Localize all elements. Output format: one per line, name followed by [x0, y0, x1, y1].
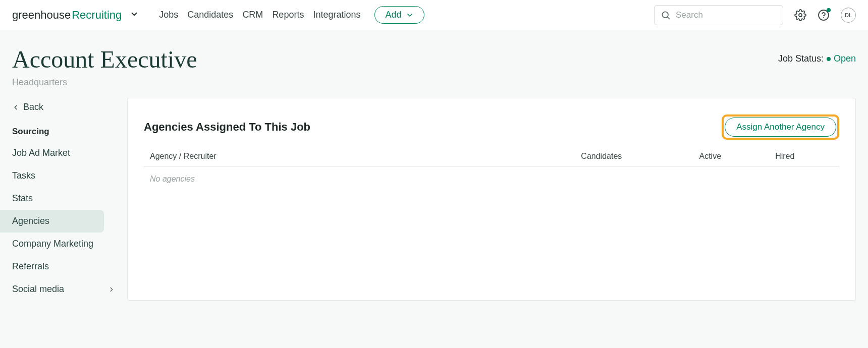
svg-point-2	[799, 14, 802, 17]
help-button[interactable]	[818, 9, 830, 21]
sidebar-item-label: Company Marketing	[12, 239, 93, 249]
page-title: Account Executive	[12, 45, 197, 73]
back-link[interactable]: Back	[0, 98, 127, 122]
search-icon	[661, 10, 671, 20]
brand[interactable]: greenhouse Recruiting	[12, 9, 139, 22]
sidebar-section-sourcing: Sourcing	[0, 122, 127, 142]
sidebar-item-label: Stats	[12, 193, 33, 204]
back-label: Back	[23, 102, 43, 112]
agencies-panel: Agencies Assigned To This Job Assign Ano…	[127, 98, 856, 301]
sidebar-item-stats[interactable]: Stats	[0, 187, 127, 210]
add-button[interactable]: Add	[374, 6, 424, 24]
nav-candidates[interactable]: Candidates	[187, 10, 233, 20]
topbar: greenhouse Recruiting Jobs Candidates CR…	[0, 0, 868, 30]
highlight-box: Assign Another Agency	[722, 114, 839, 140]
search-input-wrap[interactable]	[654, 5, 783, 25]
page-subtitle: Headquarters	[12, 77, 197, 88]
notification-dot	[827, 8, 831, 12]
svg-point-0	[662, 12, 668, 18]
brand-primary: greenhouse	[12, 9, 71, 22]
sidebar-item-tasks[interactable]: Tasks	[0, 164, 127, 187]
chevron-down-icon[interactable]	[130, 10, 139, 19]
job-status: Job Status: Open	[778, 53, 856, 64]
add-button-label: Add	[385, 10, 401, 20]
user-avatar[interactable]: DL	[841, 8, 856, 23]
settings-button[interactable]	[794, 9, 806, 21]
svg-line-1	[668, 17, 670, 19]
sidebar-item-agencies[interactable]: Agencies	[0, 210, 104, 233]
nav-integrations[interactable]: Integrations	[313, 10, 360, 20]
gear-icon	[794, 9, 806, 21]
sidebar: Back Sourcing Job Ad Market Tasks Stats …	[0, 98, 127, 301]
sidebar-item-label: Tasks	[12, 170, 35, 181]
chevron-left-icon	[12, 104, 19, 111]
nav-links: Jobs Candidates CRM Reports Integrations	[159, 10, 360, 20]
body: Back Sourcing Job Ad Market Tasks Stats …	[0, 93, 868, 313]
panel-header: Agencies Assigned To This Job Assign Ano…	[144, 114, 839, 140]
job-status-value: Open	[834, 53, 856, 64]
search-input[interactable]	[676, 10, 777, 20]
sidebar-item-social-media[interactable]: Social media	[0, 278, 127, 301]
assign-button-label: Assign Another Agency	[736, 122, 825, 132]
sidebar-item-label: Social media	[12, 284, 64, 295]
empty-state-text: No agencies	[144, 166, 839, 192]
column-header-agency: Agency / Recruiter	[144, 149, 575, 166]
status-dot-icon	[827, 57, 831, 61]
nav-crm[interactable]: CRM	[242, 10, 263, 20]
column-header-candidates: Candidates	[575, 149, 693, 166]
sidebar-item-label: Referrals	[12, 261, 49, 272]
column-header-active: Active	[693, 149, 769, 166]
chevron-right-icon	[108, 286, 115, 293]
agencies-table: Agency / Recruiter Candidates Active Hir…	[144, 149, 839, 192]
sidebar-item-label: Agencies	[12, 216, 49, 226]
page-header: Account Executive Headquarters Job Statu…	[0, 30, 868, 93]
column-header-hired: Hired	[769, 149, 839, 166]
brand-secondary: Recruiting	[72, 9, 122, 22]
nav-jobs[interactable]: Jobs	[159, 10, 178, 20]
sidebar-item-company-marketing[interactable]: Company Marketing	[0, 233, 127, 255]
sidebar-item-job-ad-market[interactable]: Job Ad Market	[0, 142, 127, 164]
job-status-label: Job Status:	[778, 53, 824, 64]
nav-reports[interactable]: Reports	[272, 10, 304, 20]
table-row-empty: No agencies	[144, 166, 839, 192]
sidebar-item-referrals[interactable]: Referrals	[0, 255, 127, 278]
assign-another-agency-button[interactable]: Assign Another Agency	[725, 118, 836, 137]
user-initials: DL	[845, 12, 852, 18]
sidebar-item-label: Job Ad Market	[12, 148, 70, 158]
chevron-down-icon	[406, 11, 414, 19]
panel-title: Agencies Assigned To This Job	[144, 121, 310, 134]
